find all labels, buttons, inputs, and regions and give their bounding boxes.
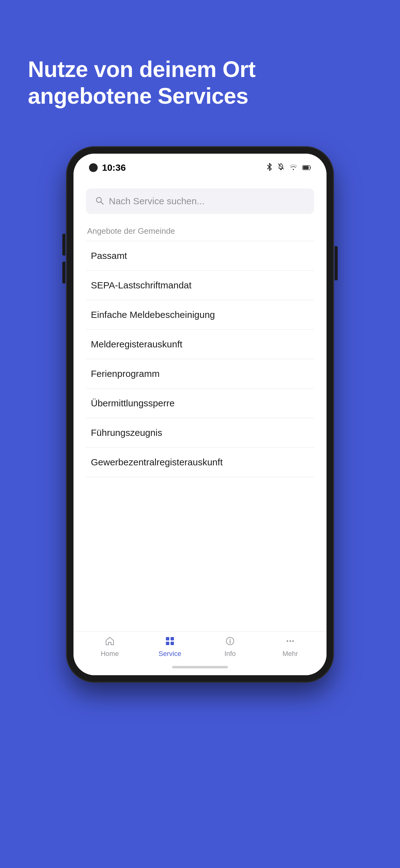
list-item[interactable]: Gewerbezentralregisterauskunft: [86, 448, 314, 477]
list-item[interactable]: Einfache Meldebescheinigung: [86, 300, 314, 330]
svg-point-13: [290, 640, 291, 642]
list-item[interactable]: Führungszeugnis: [86, 418, 314, 448]
home-icon: [105, 637, 114, 648]
svg-rect-8: [171, 642, 174, 645]
svg-rect-6: [171, 637, 174, 641]
hero-section: Nutze von deinem Ort angebotene Services: [0, 0, 400, 128]
search-placeholder: Nach Service suchen...: [109, 196, 204, 207]
list-item[interactable]: SEPA-Lastschriftmandat: [86, 271, 314, 300]
nav-label-service: Service: [159, 650, 181, 658]
info-icon: [226, 637, 235, 648]
list-item[interactable]: Melderegisterauskunft: [86, 330, 314, 359]
bottom-nav: Home Service: [73, 631, 327, 661]
battery-icon: [302, 163, 311, 172]
svg-point-11: [230, 639, 231, 640]
svg-line-4: [101, 202, 103, 204]
list-item[interactable]: Übermittlungssperre: [86, 389, 314, 418]
phone-screen: 10:36: [73, 154, 327, 675]
bell-mute-icon: [277, 163, 284, 172]
more-icon: [286, 637, 295, 648]
nav-label-info: Info: [225, 650, 236, 658]
svg-rect-2: [303, 166, 309, 169]
nav-item-service[interactable]: Service: [155, 637, 186, 658]
search-bar[interactable]: Nach Service suchen...: [86, 188, 314, 214]
list-item[interactable]: Ferienprogramm: [86, 359, 314, 389]
svg-point-14: [292, 640, 294, 642]
nav-label-home: Home: [101, 650, 119, 658]
list-item[interactable]: Passamt: [86, 241, 314, 271]
status-bar: 10:36: [73, 154, 327, 176]
nav-item-mehr[interactable]: Mehr: [275, 637, 306, 658]
nav-label-mehr: Mehr: [282, 650, 298, 658]
bluetooth-icon: [266, 163, 272, 173]
home-indicator: [73, 661, 327, 675]
search-icon: [95, 196, 104, 206]
home-indicator-bar: [172, 666, 228, 669]
nav-item-info[interactable]: Info: [214, 637, 245, 658]
status-time: 10:36: [89, 162, 126, 173]
svg-rect-7: [166, 642, 169, 645]
section-label: Angebote der Gemeinde: [86, 226, 314, 236]
service-list: Passamt SEPA-Lastschriftmandat Einfache …: [86, 241, 314, 631]
phone-frame: 10:36: [67, 147, 333, 682]
nav-item-home[interactable]: Home: [94, 637, 125, 658]
camera-dot: [89, 163, 98, 172]
hero-title: Nutze von deinem Ort angebotene Services: [28, 56, 372, 110]
wifi-icon: [289, 163, 297, 172]
app-content: Nach Service suchen... Angebote der Geme…: [73, 176, 327, 631]
grid-icon: [165, 637, 174, 648]
status-icons: [266, 163, 311, 173]
phone-mockup: 10:36: [67, 147, 333, 682]
svg-point-12: [287, 640, 288, 642]
svg-rect-5: [166, 637, 169, 641]
